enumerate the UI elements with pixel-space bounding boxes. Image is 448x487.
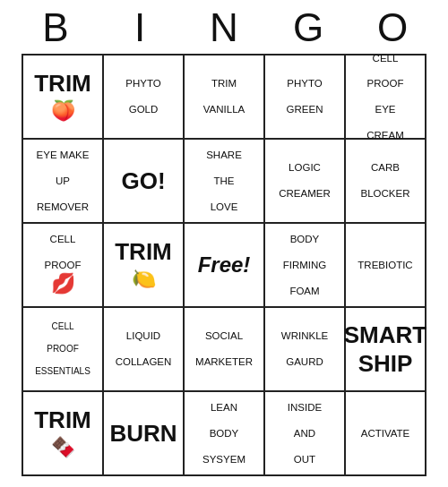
cell-text: PROOF	[367, 77, 404, 90]
cell-text: GOLD	[129, 103, 159, 115]
cell-r3c3: Free!	[185, 224, 265, 308]
cell-text: BURN	[109, 419, 177, 449]
cell-text: OUT	[294, 453, 315, 466]
cell-text: EYE	[375, 103, 395, 115]
cell-r2c1: EYE MAKEUPREMOVER	[23, 140, 104, 224]
cell-text: TREBIOTIC	[358, 259, 412, 271]
cell-text: REMOVER	[37, 201, 89, 213]
cell-r4c2: LIQUIDCOLLAGEN	[104, 308, 185, 392]
cell-text: ESSENTIALS	[35, 366, 90, 378]
cell-text: VANILLA	[203, 103, 245, 115]
cell-emoji: 🍫	[51, 435, 75, 461]
cell-text: BODY	[210, 427, 239, 440]
cell-r1c1: TRIM🍑	[23, 56, 104, 140]
cell-text: GREEN	[287, 103, 323, 115]
cell-text: LOVE	[211, 201, 238, 213]
cell-text: WRINKLE	[281, 329, 328, 342]
cell-text: LIQUID	[126, 329, 160, 342]
cell-r2c3: SHARETHELOVE	[185, 140, 265, 224]
cell-text: SYSYEM	[202, 453, 246, 466]
cell-r5c5: ACTIVATE	[346, 392, 426, 476]
cell-emoji: 💋	[51, 271, 75, 297]
cell-text: SMARTSHIP	[344, 320, 426, 379]
bingo-grid: TRIM🍑PHYTOGOLDTRIMVANILLAPHYTOGREENCELLP…	[22, 54, 426, 476]
cell-text: INSIDE	[288, 401, 322, 414]
cell-r4c5: SMARTSHIP	[346, 308, 426, 392]
letter-b: B	[16, 5, 95, 50]
cell-text: PHYTO	[125, 77, 160, 90]
cell-r4c1: CELLPROOFESSENTIALS	[23, 308, 104, 392]
cell-r1c5: CELLPROOFEYECREAM	[346, 56, 426, 140]
cell-text: COLLAGEN	[116, 355, 172, 368]
cell-text: LOGIC	[289, 161, 321, 174]
cell-r4c4: WRINKLEGAURD	[265, 308, 346, 392]
cell-r1c3: TRIMVANILLA	[185, 56, 265, 140]
cell-r3c2: TRIM🍋	[104, 224, 185, 308]
cell-text: THE	[214, 175, 235, 187]
cell-text: SOCIAL	[205, 329, 243, 342]
cell-r2c2: GO!	[104, 140, 185, 224]
letter-o: O	[353, 5, 432, 50]
cell-r1c2: PHYTOGOLD	[104, 56, 185, 140]
cell-text: ACTIVATE	[361, 427, 410, 440]
cell-text: GAURD	[286, 355, 323, 368]
letter-n: N	[185, 5, 263, 50]
letter-i: I	[100, 5, 179, 50]
cell-text: UP	[56, 175, 70, 187]
cell-emoji: 🍑	[51, 98, 75, 124]
cell-text: AND	[294, 427, 315, 440]
cell-text: BLOCKER	[361, 187, 410, 200]
cell-text: CELL	[51, 321, 73, 333]
cell-r1c4: PHYTOGREEN	[265, 56, 346, 140]
bingo-header: B I N G O	[13, 0, 435, 54]
free-label: Free!	[198, 252, 251, 278]
cell-r2c5: CARBBLOCKER	[346, 140, 426, 224]
cell-text: GO!	[121, 167, 165, 196]
cell-text: PROOF	[47, 344, 79, 355]
cell-text: MARKETER	[195, 355, 253, 368]
cell-r3c5: TREBIOTIC	[346, 224, 426, 308]
cell-text: CARB	[371, 161, 400, 174]
cell-r3c4: BODYFIRMINGFOAM	[265, 224, 346, 308]
cell-text: TRIM	[34, 69, 91, 98]
cell-text: CELL	[373, 52, 399, 64]
cell-text: TRIM	[34, 406, 91, 435]
cell-r5c3: LEANBODYSYSYEM	[185, 392, 265, 476]
cell-r5c1: TRIM🍫	[23, 392, 104, 476]
cell-text: FOAM	[289, 285, 319, 297]
cell-r3c1: CELLPROOF💋	[23, 224, 104, 308]
letter-g: G	[269, 5, 348, 50]
cell-text: BODY	[290, 233, 320, 245]
cell-text: PROOF	[45, 259, 82, 271]
cell-text: CELL	[50, 233, 76, 245]
cell-text: EYE MAKE	[37, 149, 90, 161]
cell-r4c3: SOCIALMARKETER	[185, 308, 265, 392]
cell-text: LEAN	[211, 401, 237, 414]
cell-text: CREAMER	[279, 187, 331, 200]
cell-emoji: 🍋	[132, 267, 156, 293]
cell-r5c2: BURN	[104, 392, 185, 476]
cell-r2c4: LOGICCREAMER	[265, 140, 346, 224]
cell-text: FIRMING	[283, 259, 327, 271]
cell-text: SHARE	[206, 149, 242, 161]
cell-text: TRIM	[211, 77, 237, 90]
cell-text: PHYTO	[287, 77, 322, 90]
cell-text: TRIM	[115, 237, 172, 267]
cell-r5c4: INSIDEANDOUT	[265, 392, 346, 476]
